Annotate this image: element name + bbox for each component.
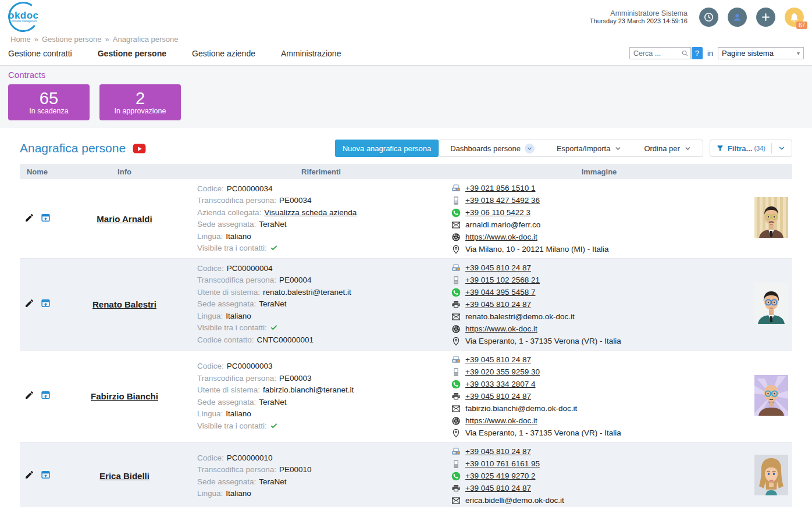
reference-item: renato.balestri@demo.ok-doc.it: [451, 310, 750, 323]
contracts-widget: Contracts 65In scadenza2In approvazione: [0, 66, 812, 128]
app-logo[interactable]: okdoc Contracts management: [6, 0, 41, 34]
reference-item: erica.bidelli@demo.ok-doc.it: [451, 494, 750, 506]
globe-icon: [451, 324, 461, 334]
info-label: Sede assegnata:: [197, 220, 256, 228]
mobile-icon: [451, 459, 461, 469]
tile-value: 2: [136, 90, 145, 107]
breadcrumb-item[interactable]: Home: [10, 35, 31, 44]
info-field: Codice:PC00000034: [197, 183, 448, 195]
person-info: Codice:PC00000034Transcodifica persona:P…: [194, 183, 448, 255]
edit-pencil-icon[interactable]: [24, 298, 34, 310]
edit-pencil-icon[interactable]: [24, 390, 34, 402]
notification-badge: 67: [796, 22, 807, 29]
info-label: Codice:: [197, 362, 224, 370]
reference-link[interactable]: +39 025 419 9270 2: [465, 470, 536, 482]
reference-link[interactable]: +39 015 102 2568 21: [465, 274, 540, 286]
reference-link[interactable]: +39 045 810 24 87: [465, 354, 531, 366]
open-window-icon[interactable]: [41, 298, 51, 310]
reference-link[interactable]: https://www.ok-doc.it: [465, 231, 537, 243]
company-card-link[interactable]: Visualizza scheda azienda: [264, 208, 357, 217]
person-name-link[interactable]: Renato Balestri: [55, 299, 194, 309]
search-scope-select[interactable]: Pagine sistema ▾: [718, 47, 804, 59]
avatar-bald-man-purple-bg[interactable]: [754, 375, 788, 418]
contract-tile-in-approvazione[interactable]: 2In approvazione: [99, 84, 181, 120]
logo-subtitle: Contracts management: [8, 20, 39, 23]
reference-link[interactable]: +39 033 334 2807 4: [465, 378, 536, 390]
reference-link[interactable]: +39 020 355 9259 30: [465, 366, 540, 378]
nav-item-amministrazione[interactable]: Amministrazione: [281, 49, 341, 58]
edit-pencil-icon[interactable]: [24, 470, 34, 482]
menu-label: Esporta/Importa: [557, 144, 611, 153]
reference-link[interactable]: https://www.ok-doc.it: [465, 323, 537, 335]
contract-tile-in-scadenza[interactable]: 65In scadenza: [8, 84, 90, 120]
mobile-icon: [451, 367, 461, 377]
bell-icon: [789, 12, 800, 23]
table-header: NomeInfoRiferimentiImmagine: [20, 164, 792, 179]
open-window-icon[interactable]: [41, 213, 51, 225]
person-name-link[interactable]: Fabirzio Bianchi: [55, 391, 194, 401]
search-scope-value: Pagine sistema: [722, 49, 774, 58]
avatar-man-teal-suit[interactable]: [754, 283, 788, 326]
info-label: Lingua:: [197, 312, 223, 320]
person-name-link[interactable]: Erica Bidelli: [55, 471, 194, 481]
reference-link[interactable]: https://www.ok-doc.it: [465, 415, 537, 427]
menu-ordina-per[interactable]: Ordina per: [633, 140, 702, 156]
user-button[interactable]: [728, 8, 747, 27]
person-references: +39 045 810 24 87+39 020 355 9259 30+39 …: [448, 354, 750, 439]
new-person-button[interactable]: Nuova anagrafica persona: [335, 140, 439, 157]
open-window-icon[interactable]: [41, 390, 51, 402]
reference-link[interactable]: +39 010 761 6161 95: [465, 458, 540, 470]
nav-item-gestione-contratti[interactable]: Gestione contratti: [8, 49, 72, 58]
plus-button[interactable]: [756, 8, 775, 27]
avatar-blonde-woman[interactable]: [754, 455, 788, 498]
youtube-video-icon[interactable]: [131, 143, 147, 154]
nav-item-gestione-aziende[interactable]: Gestione aziende: [192, 49, 255, 58]
reference-text: Via Esperanto, 1 - 37135 Verona (VR) - I…: [465, 427, 621, 439]
info-value: Italiano: [226, 312, 251, 320]
avatar-man-striped-bg[interactable]: [754, 197, 788, 240]
info-field: Transcodifica persona:PE00003: [197, 373, 448, 385]
info-field: Transcodifica persona:PE00034: [197, 195, 448, 207]
search-icon[interactable]: [681, 49, 689, 57]
search-help-button[interactable]: ?: [692, 47, 703, 59]
location-icon: [451, 245, 461, 254]
info-field: Lingua:Italiano: [197, 310, 448, 323]
row-actions: [20, 298, 55, 310]
nav-item-gestione-persone[interactable]: Gestione persone: [98, 49, 166, 58]
reference-link[interactable]: +39 045 810 24 87: [465, 298, 531, 310]
menu-esporta-importa[interactable]: Esporta/Importa: [546, 140, 633, 156]
info-label: Visibile tra i contatti:: [197, 323, 267, 332]
info-label: Transcodifica persona:: [197, 465, 276, 474]
tile-label: In scadenza: [29, 107, 68, 115]
filter-button[interactable]: Filtra... (34): [710, 140, 792, 157]
info-value: PC00000004: [227, 264, 273, 273]
reference-item: +39 018 427 5492 36: [451, 194, 750, 206]
filter-chevron-down-icon[interactable]: [778, 144, 786, 152]
reference-link[interactable]: +39 045 810 24 87: [465, 390, 531, 402]
reference-link[interactable]: +39 021 856 1510 1: [465, 182, 536, 194]
person-name-link[interactable]: Mario Arnaldi: [55, 214, 194, 224]
reference-link[interactable]: +39 044 395 5458 7: [465, 286, 536, 298]
check-icon: [270, 244, 278, 252]
reference-link[interactable]: +39 045 810 24 87: [465, 482, 531, 494]
open-window-icon[interactable]: [41, 470, 51, 482]
menu-dashboards-persone[interactable]: Dashboards persone: [439, 140, 546, 156]
info-value: PE00003: [279, 374, 312, 383]
info-field: Lingua:Italiano: [197, 408, 448, 420]
reference-link[interactable]: +39 045 810 24 87: [465, 262, 531, 274]
filter-funnel-icon: [716, 144, 724, 152]
email-icon: [451, 312, 461, 322]
info-field: Sede assegnata:TeraNet: [197, 476, 448, 488]
info-field: Lingua:Italiano: [197, 488, 448, 500]
reference-link[interactable]: +39 045 810 24 87: [465, 445, 531, 458]
clock-button[interactable]: [699, 8, 718, 27]
bell-button[interactable]: 67: [785, 8, 804, 27]
reference-link[interactable]: +39 018 427 5492 36: [465, 194, 540, 206]
column-header-immagine: Immagine: [448, 167, 750, 176]
breadcrumb-item[interactable]: Gestione persone: [42, 35, 102, 44]
edit-pencil-icon[interactable]: [24, 213, 34, 225]
search-input[interactable]: [633, 49, 681, 58]
reference-link[interactable]: +39 06 110 5422 3: [465, 206, 530, 219]
breadcrumb-item[interactable]: Anagrafica persone: [113, 35, 179, 44]
info-label: Sede assegnata:: [197, 477, 256, 486]
